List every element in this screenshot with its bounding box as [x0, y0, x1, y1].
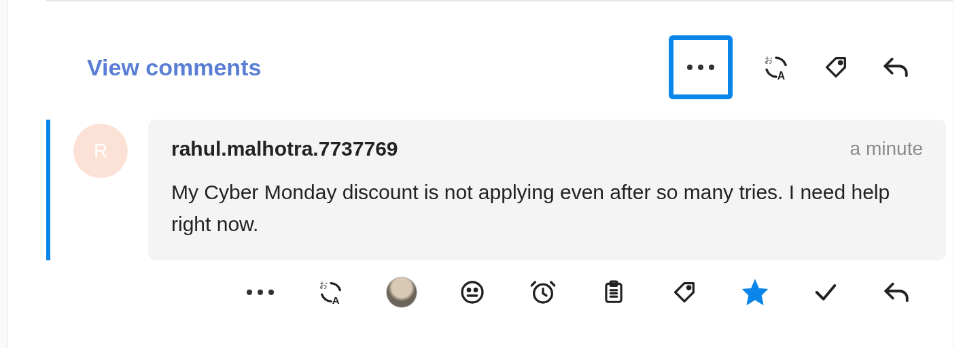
star-icon: [741, 278, 769, 307]
toolbar-more-button[interactable]: [245, 277, 276, 308]
comment-username[interactable]: rahul.malhotra.7737769: [171, 137, 398, 160]
comment-toolbar: お A: [46, 260, 953, 308]
neutral-face-icon: [459, 279, 486, 306]
svg-point-5: [462, 282, 483, 302]
svg-text:A: A: [332, 294, 340, 306]
check-icon: [812, 279, 839, 306]
svg-point-6: [468, 289, 470, 291]
sentiment-button[interactable]: [457, 277, 488, 308]
more-menu-button[interactable]: [669, 35, 733, 99]
translate-icon: お A: [762, 53, 790, 82]
reply-button[interactable]: [879, 51, 912, 84]
resolve-button[interactable]: [810, 277, 841, 308]
comment-timestamp: a minute: [850, 138, 923, 160]
clock-icon: [529, 279, 557, 306]
svg-text:A: A: [777, 70, 785, 82]
svg-point-7: [474, 289, 476, 291]
translate-icon: お A: [317, 279, 345, 306]
more-icon: [247, 290, 274, 295]
svg-line-11: [543, 294, 546, 296]
more-icon: [687, 65, 714, 70]
svg-point-2: [839, 61, 842, 64]
tag-icon: [671, 279, 698, 306]
star-button[interactable]: [739, 277, 771, 308]
svg-marker-20: [743, 281, 767, 304]
content-area: View comments お A: [46, 0, 953, 348]
comment-row: R rahul.malhotra.7737769 a minute My Cyb…: [46, 120, 953, 260]
assign-avatar-button[interactable]: [386, 277, 417, 308]
notes-button[interactable]: [598, 277, 629, 308]
reply-icon: [882, 278, 911, 307]
tag-button[interactable]: [820, 51, 852, 84]
comment-message: My Cyber Monday discount is not applying…: [171, 177, 923, 240]
svg-text:お: お: [319, 280, 328, 289]
toolbar-translate-button[interactable]: お A: [315, 277, 347, 308]
reply-icon: [881, 53, 910, 82]
comment-bubble: rahul.malhotra.7737769 a minute My Cyber…: [148, 120, 946, 260]
avatar[interactable]: R: [73, 124, 128, 178]
toolbar-tag-button[interactable]: [669, 277, 700, 308]
toolbar-reply-button[interactable]: [881, 277, 912, 308]
svg-text:お: お: [765, 55, 773, 65]
translate-button[interactable]: お A: [760, 51, 792, 84]
svg-point-19: [688, 286, 690, 289]
snooze-button[interactable]: [527, 277, 559, 308]
active-indicator: [46, 120, 50, 260]
right-rail: [953, 0, 980, 348]
svg-line-12: [531, 282, 535, 285]
clipboard-icon: [601, 278, 627, 307]
header-row: View comments お A: [46, 1, 953, 120]
left-rail: [0, 0, 8, 348]
header-actions: お A: [669, 35, 912, 99]
svg-line-13: [551, 282, 555, 285]
tag-icon: [822, 54, 850, 81]
view-comments-link[interactable]: View comments: [87, 54, 261, 81]
